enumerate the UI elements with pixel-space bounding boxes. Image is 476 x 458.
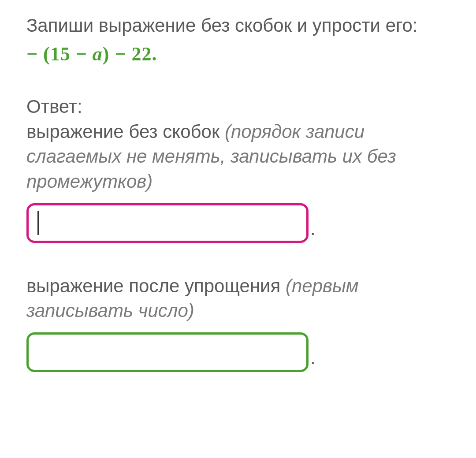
section1-label: выражение без скобок	[26, 121, 225, 142]
section2-label: выражение после упрощения	[26, 276, 286, 296]
expression-period: .	[152, 43, 157, 65]
problem-prompt: Запиши выражение без скобок и упрости ег…	[26, 13, 450, 38]
expression-without-brackets-input[interactable]	[26, 203, 309, 243]
input-row-1: .	[26, 203, 450, 243]
input-row-2: .	[26, 332, 450, 372]
text-cursor	[37, 211, 39, 235]
math-expression: − (15 − a) − 22.	[26, 43, 450, 65]
input2-period: .	[310, 347, 316, 372]
simplified-expression-input[interactable]	[26, 332, 309, 372]
answer-label: Ответ:	[26, 96, 450, 117]
input1-period: .	[310, 218, 316, 243]
section2-text: выражение после упрощения (первым записы…	[26, 274, 450, 324]
section1-text: выражение без скобок (порядок записи сла…	[26, 119, 450, 194]
